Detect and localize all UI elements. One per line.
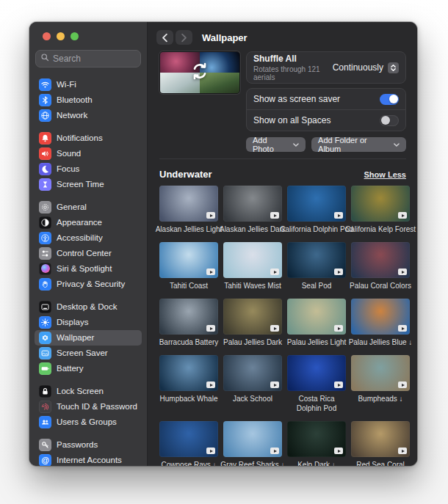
sidebar-item-label: Sound	[57, 149, 81, 158]
wallpaper-thumbnail-gray-reef-sharks[interactable]	[223, 421, 282, 457]
system-settings-window: Search Wi-FiBluetoothNetworkNotification…	[29, 22, 417, 466]
wallpaper-cell: Cownose Rays ↓	[159, 421, 218, 466]
sidebar-item-screen-time[interactable]: Screen Time	[35, 177, 142, 192]
wallpaper-thumbnail-palau-jellies-dark[interactable]	[223, 299, 282, 335]
sidebar-item-label: Network	[57, 111, 87, 120]
wallpaper-thumbnail-tahiti-coast[interactable]	[159, 242, 218, 278]
chevron-down-icon	[293, 143, 299, 147]
wallpaper-cell: Costa Rica Dolphin Pod	[287, 355, 346, 413]
passwords-icon	[39, 439, 51, 451]
minimize-button[interactable]	[57, 32, 65, 40]
sidebar-item-lock-screen[interactable]: Lock Screen	[35, 384, 142, 399]
forward-button[interactable]	[176, 30, 192, 45]
sidebar-item-label: Appearance	[57, 218, 102, 227]
sidebar-item-accessibility[interactable]: Accessibility	[35, 230, 142, 246]
wallpaper-thumbnail-palau-jellies-blue[interactable]	[351, 299, 410, 335]
video-play-badge-icon	[398, 269, 407, 275]
add-photo-button[interactable]: Add Photo	[246, 137, 306, 152]
wallpaper-thumbnail-california-dolphin-pod[interactable]	[287, 186, 346, 222]
sidebar-item-bluetooth[interactable]: Bluetooth	[35, 92, 142, 108]
wallpaper-cell: Red Sea Coral from Above ↓	[351, 421, 410, 466]
search-input[interactable]: Search	[35, 50, 141, 67]
sidebar-item-passwords[interactable]: Passwords	[35, 437, 142, 453]
toggle-show-as-screen-saver[interactable]	[380, 94, 399, 105]
sidebar-item-displays[interactable]: Displays	[35, 315, 142, 330]
wallpaper-thumbnail-tahiti-waves-mist[interactable]	[223, 242, 282, 278]
wallpaper-preview-thumbnail[interactable]	[159, 51, 240, 94]
video-play-badge-icon	[398, 212, 407, 219]
sidebar-item-label: Screen Time	[57, 180, 104, 189]
siri-icon	[39, 263, 51, 275]
setting-row: Show on all Spaces	[247, 109, 405, 131]
wallpaper-label: Palau Jellies Blue ↓	[340, 337, 417, 347]
wallpaper-thumbnail-palau-jellies-light[interactable]	[287, 299, 346, 335]
sidebar-item-control-center[interactable]: Control Center	[35, 246, 142, 261]
wallpaper-thumbnail-alaskan-jellies-light[interactable]	[159, 186, 218, 222]
setting-label: Show as screen saver	[253, 94, 380, 104]
sidebar-item-wallpaper[interactable]: Wallpaper	[35, 330, 142, 346]
sidebar-item-wi-fi[interactable]: Wi-Fi	[35, 77, 142, 92]
sidebar-item-network[interactable]: Network	[35, 108, 142, 123]
add-folder-label: Add Folder or Album	[318, 136, 390, 153]
sidebar-item-notifications[interactable]: Notifications	[35, 131, 142, 146]
wallpaper-thumbnail-bumpheads[interactable]	[351, 355, 410, 391]
wallpaper-thumbnail-humpback-whale[interactable]	[159, 355, 218, 391]
wallpaper-cell: Bumpheads ↓	[351, 355, 410, 413]
video-play-badge-icon	[270, 212, 279, 219]
show-less-link[interactable]: Show Less	[364, 170, 406, 179]
sidebar-nav: Wi-FiBluetoothNetworkNotificationsSoundF…	[29, 77, 147, 467]
privacy-icon	[39, 278, 51, 291]
wallpaper-thumbnail-seal-pod[interactable]	[287, 242, 346, 278]
wallpaper-thumbnail-palau-coral-colors[interactable]	[351, 242, 410, 278]
sidebar-group: GeneralAppearanceAccessibilityControl Ce…	[35, 200, 142, 292]
back-button[interactable]	[156, 30, 173, 45]
close-button[interactable]	[43, 32, 51, 40]
appearance-icon	[39, 216, 51, 229]
wallpaper-cell: Palau Jellies Light	[287, 299, 346, 347]
wallpaper-thumbnail-costa-rica-dolphin-pod[interactable]	[287, 355, 346, 391]
wallpaper-cell: California Kelp Forest	[351, 186, 410, 234]
wallpaper-thumbnail-red-sea-coral-from-above[interactable]	[351, 421, 410, 457]
sidebar-item-sound[interactable]: Sound	[35, 146, 142, 161]
shuffle-frequency-value: Continuously	[333, 62, 383, 73]
accessibility-icon	[39, 232, 51, 244]
zoom-button[interactable]	[71, 32, 79, 40]
toggle-show-on-all-spaces[interactable]	[380, 115, 399, 126]
sidebar-item-touch-id-password[interactable]: Touch ID & Password	[35, 399, 142, 414]
desktop-background: Search Wi-FiBluetoothNetworkNotification…	[0, 0, 448, 504]
sidebar-group: Lock ScreenTouch ID & PasswordUsers & Gr…	[35, 384, 142, 430]
desktop-icon	[39, 301, 51, 313]
sidebar-item-label: Passwords	[57, 440, 98, 449]
sidebar-item-battery[interactable]: Battery	[35, 361, 142, 376]
video-play-badge-icon	[398, 325, 407, 332]
sidebar-item-internet-accounts[interactable]: @Internet Accounts	[35, 453, 142, 467]
sidebar-item-general[interactable]: General	[35, 200, 142, 215]
wallpaper-label: Red Sea Coral from Above ↓	[340, 460, 417, 466]
sidebar-item-desktop-dock[interactable]: Desktop & Dock	[35, 299, 142, 315]
sidebar-item-privacy-security[interactable]: Privacy & Security	[35, 277, 142, 292]
wallpaper-thumbnail-cownose-rays[interactable]	[159, 421, 218, 457]
touchid-icon	[39, 401, 51, 413]
wallpaper-cell: Palau Coral Colors	[351, 242, 410, 291]
wallpaper-icon	[39, 332, 51, 344]
sidebar-item-users-groups[interactable]: Users & Groups	[35, 414, 142, 430]
shuffle-frequency-select[interactable]: Continuously	[333, 62, 399, 73]
sidebar-item-label: Wi-Fi	[57, 80, 76, 89]
wallpaper-thumbnail-california-kelp-forest[interactable]	[351, 186, 410, 222]
video-play-badge-icon	[398, 448, 407, 454]
add-folder-or-album-button[interactable]: Add Folder or Album	[311, 137, 406, 152]
sidebar-item-appearance[interactable]: Appearance	[35, 215, 142, 230]
wallpaper-thumbnail-alaskan-jellies-dark[interactable]	[223, 186, 282, 222]
screensaver-icon	[39, 347, 51, 359]
search-placeholder: Search	[53, 54, 81, 64]
sidebar-item-screen-saver[interactable]: Screen Saver	[35, 346, 142, 361]
search-icon	[40, 53, 49, 64]
wallpaper-thumbnail-kelp-dark[interactable]	[287, 421, 346, 457]
sidebar-item-siri-spotlight[interactable]: Siri & Spotlight	[35, 261, 142, 277]
wallpaper-cell: Palau Jellies Blue ↓	[351, 299, 410, 347]
wallpaper-thumbnail-jack-school[interactable]	[223, 355, 282, 391]
video-play-badge-icon	[334, 269, 343, 275]
wallpaper-thumbnail-barracuda-battery[interactable]	[159, 299, 218, 335]
sidebar-item-focus[interactable]: Focus	[35, 161, 142, 177]
sidebar-item-label: Battery	[57, 364, 83, 373]
